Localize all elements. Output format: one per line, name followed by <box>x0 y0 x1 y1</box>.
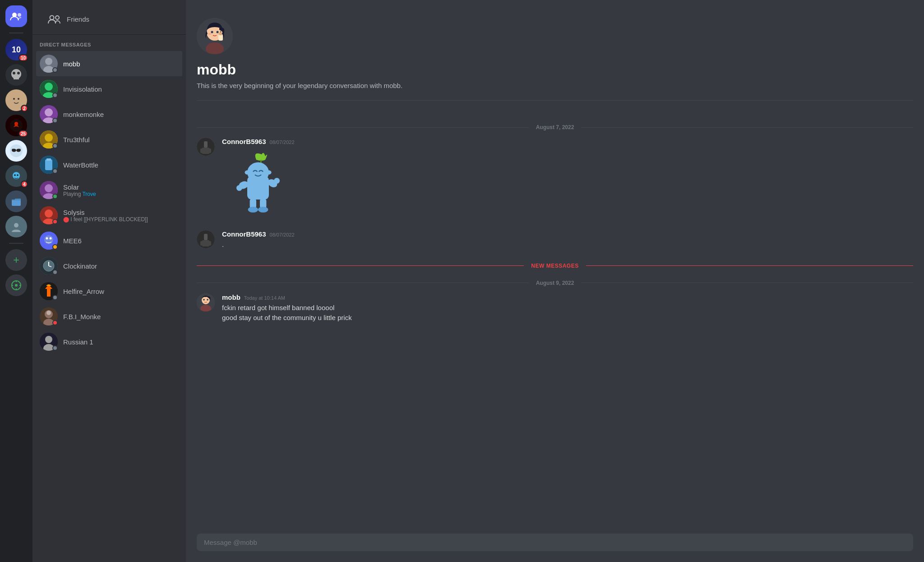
friends-nav-item[interactable]: Friends <box>40 7 179 31</box>
dm-info-monkemonke: monkemonke <box>63 111 179 118</box>
new-messages-label: NEW MESSAGES <box>531 263 578 269</box>
server-icon-3[interactable]: 2 <box>5 89 27 111</box>
dm-item-solysis[interactable]: Solysis ⬤ I feel [[HYPERLINK BLOCKED]] <box>36 203 182 228</box>
chat-area: mobb This is the very beginning of your … <box>186 0 924 562</box>
svg-point-89 <box>274 178 280 184</box>
dm-status-solysis <box>52 219 58 224</box>
svg-point-73 <box>208 33 212 35</box>
chat-input-area: Message @mobb <box>186 534 924 562</box>
dm-avatar-waterbottle <box>40 156 58 174</box>
message-header-1: ConnorB5963 08/07/2022 <box>222 138 913 145</box>
dm-avatar-tru3thful <box>40 130 58 149</box>
svg-point-20 <box>14 174 16 176</box>
new-messages-banner: NEW MESSAGES <box>197 263 913 269</box>
svg-point-65 <box>46 311 51 315</box>
svg-point-5 <box>17 72 20 74</box>
server-4-badge: 25 <box>18 130 28 137</box>
dm-avatar-monkemonke <box>40 105 58 123</box>
message-avatar-connor2 <box>197 230 215 248</box>
svg-rect-8 <box>15 77 17 79</box>
date-separator-aug7: August 7, 2022 <box>197 124 913 130</box>
svg-point-39 <box>45 108 53 116</box>
dm-item-mee6[interactable]: MEE6 <box>36 228 182 253</box>
profile-divider <box>197 100 913 101</box>
server-icon-1[interactable]: 10 10 <box>5 39 27 60</box>
svg-rect-97 <box>204 234 208 240</box>
dm-status-monkemonke <box>52 118 58 123</box>
server-icon-7[interactable] <box>5 190 27 212</box>
message-text-2: . <box>222 240 913 250</box>
dm-status-invisisolation <box>52 93 58 98</box>
dm-item-fbi-monke[interactable]: F.B.I_Monke <box>36 304 182 329</box>
dm-info-solar: Solar Playing Trove <box>63 183 179 197</box>
dm-item-russian1[interactable]: Russian 1 <box>36 329 182 354</box>
message-author-2: ConnorB5963 <box>222 230 266 238</box>
dm-item-clockinator[interactable]: Clockinator <box>36 253 182 279</box>
dm-item-solar[interactable]: Solar Playing Trove <box>36 177 182 203</box>
server-separator-1 <box>9 33 23 33</box>
server-icon-5[interactable] <box>5 140 27 162</box>
dm-item-invisisolation[interactable]: Invisisolation <box>36 76 182 102</box>
dm-info-solysis: Solysis ⬤ I feel [[HYPERLINK BLOCKED]] <box>63 209 179 223</box>
server-icon-8[interactable] <box>5 216 27 237</box>
message-group-3: mobb Today at 10:14 AM fckin retard got … <box>197 293 913 323</box>
dm-avatar-russian1 <box>40 333 58 351</box>
svg-rect-7 <box>17 77 19 79</box>
plus-icon: + <box>13 254 19 266</box>
dm-item-mobb[interactable]: mobb <box>36 51 182 76</box>
discover-button[interactable] <box>5 274 27 296</box>
svg-point-92 <box>248 207 258 213</box>
svg-point-103 <box>203 299 205 301</box>
svg-point-67 <box>45 336 52 343</box>
date-label-aug7: August 7, 2022 <box>536 124 574 130</box>
dm-avatar-solar <box>40 181 58 199</box>
message-avatar-connor1 <box>197 138 215 156</box>
server-icon-6[interactable]: 4 <box>5 165 27 187</box>
dm-name-solar: Solar <box>63 183 179 191</box>
svg-point-19 <box>13 172 20 179</box>
svg-rect-80 <box>204 141 208 148</box>
server-icon-2[interactable] <box>5 64 27 86</box>
friends-label: Friends <box>67 15 89 23</box>
svg-rect-82 <box>200 149 204 153</box>
chat-input-placeholder[interactable]: Message @mobb <box>204 539 906 546</box>
dm-info-waterbottle: WaterBottle <box>63 161 179 169</box>
dm-item-helfire-arrow[interactable]: Helfire_Arrow <box>36 279 182 304</box>
solar-game-link: Trove <box>82 191 96 197</box>
svg-rect-22 <box>12 200 21 206</box>
svg-point-85 <box>247 163 269 183</box>
home-server-icon[interactable] <box>5 5 27 27</box>
add-server-button[interactable]: + <box>5 249 27 271</box>
server-icon-4[interactable]: 25 <box>5 115 27 136</box>
svg-point-30 <box>50 16 54 20</box>
message-timestamp-2: 08/07/2022 <box>270 232 295 237</box>
dm-avatar-solysis <box>40 206 58 224</box>
svg-point-13 <box>14 122 18 125</box>
svg-point-51 <box>45 209 53 218</box>
dm-avatar-fbi-monke <box>40 307 58 325</box>
dm-name-mee6: MEE6 <box>63 237 179 245</box>
dm-item-monkemonke[interactable]: monkemonke <box>36 102 182 127</box>
message-author-1: ConnorB5963 <box>222 138 266 145</box>
svg-point-25 <box>15 284 18 287</box>
svg-point-94 <box>245 170 250 175</box>
svg-point-72 <box>217 31 219 33</box>
message-text-3: fckin retard got himself banned looool g… <box>222 303 913 323</box>
svg-point-42 <box>45 134 53 142</box>
dm-status-russian1 <box>52 345 58 351</box>
dm-status-fbi-monke <box>52 320 58 325</box>
dm-item-tru3thful[interactable]: Tru3thful <box>36 127 182 152</box>
dm-name-clockinator: Clockinator <box>63 262 179 270</box>
profile-name: mobb <box>197 61 913 78</box>
message-header-3: mobb Today at 10:14 AM <box>222 293 913 301</box>
svg-point-10 <box>13 98 15 100</box>
svg-rect-99 <box>200 241 204 246</box>
chat-input-box: Message @mobb <box>197 534 913 551</box>
chat-content: mobb This is the very beginning of your … <box>186 0 924 534</box>
dm-list: mobb Invisisolation <box>32 51 186 562</box>
message-group-1: ConnorB5963 08/07/2022 <box>197 138 913 221</box>
dm-name-fbi-monke: F.B.I_Monke <box>63 313 179 320</box>
svg-point-71 <box>211 31 213 33</box>
svg-rect-75 <box>218 34 223 41</box>
dm-item-waterbottle[interactable]: WaterBottle <box>36 152 182 177</box>
